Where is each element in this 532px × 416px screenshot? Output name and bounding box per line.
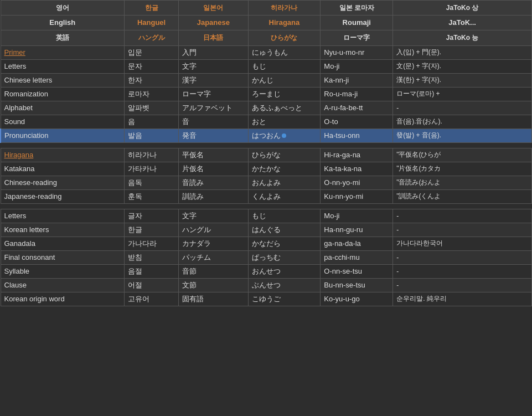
cell-hiragana: はんぐる: [248, 223, 321, 237]
cell-hiragana: おんせつ: [248, 264, 321, 278]
table-row[interactable]: Ganadala가나다라カナダラかなだらga-na-da-la가나다라한국어: [1, 237, 532, 250]
cell-jatoko: 入(입) + 門(문).: [393, 45, 532, 59]
cell-hangul: 훈독: [125, 189, 179, 203]
cell-roumaji: O-nn-se-tsu: [321, 264, 393, 278]
header-row-1: 영어 한글 일본어 히라가나 일본 로마자 JaToKo 상: [1, 1, 532, 16]
cell-jatoko: "訓読み(くんよ: [393, 189, 532, 203]
header-hiragana-mid: Hiragana: [248, 16, 321, 30]
cell-japanese: 発音: [179, 129, 248, 142]
cell-hiragana: こゆうご: [248, 292, 321, 306]
selection-dot: [282, 133, 286, 138]
cell-hangul: 한자: [125, 73, 179, 87]
cell-roumaji: Ha-nn-gu-ru: [321, 223, 393, 237]
cell-jatoko: 文(문) + 字(자).: [393, 59, 532, 73]
table-row[interactable]: Japanese-reading훈독訓読みくんよみKu-nn-yo-mi"訓読み…: [1, 189, 532, 203]
header-roumaji-bot: ローマ字: [321, 30, 393, 45]
cell-jatoko: -: [393, 101, 532, 115]
table-row[interactable]: Final consonant받침パッチムぱっちむpa-cchi-mu-: [1, 250, 532, 264]
table-row[interactable]: Sound음音おとO-to音(음).音(おん).: [1, 115, 532, 129]
cell-en: Chinese letters: [1, 73, 125, 87]
cell-en: Sound: [1, 115, 125, 129]
header-row-2: English Hanguel Japanese Hiragana Roumaj…: [1, 16, 532, 30]
cell-japanese: パッチム: [179, 250, 248, 264]
table-row[interactable]: Alphabet알파벳アルファベットあるふぁべっとA-ru-fa-be-tt-: [1, 101, 532, 115]
cell-japanese: 訓読み: [179, 189, 248, 203]
header-japanese-top: 일본어: [179, 1, 248, 16]
table-row[interactable]: Chinese letters한자漢字かんじKa-nn-ji漢(한) + 字(자…: [1, 73, 532, 87]
table-row[interactable]: Primer입문入門にゅうもんNyu-u-mo-nr入(입) + 門(문).: [1, 45, 532, 59]
cell-hiragana: もじ: [248, 59, 321, 73]
cell-hiragana: かたかな: [248, 162, 321, 176]
cell-jatoko: 發(발) + 音(음).: [393, 129, 532, 142]
cell-hangul: 문자: [125, 59, 179, 73]
cell-hangul: 받침: [125, 250, 179, 264]
header-roumaji-top: 일본 로마자: [321, 1, 393, 16]
header-jatoko-bot: JaToKo 능: [393, 30, 532, 45]
cell-jatoko: "音読み(おんよ: [393, 176, 532, 189]
table-row[interactable]: Hiragana히라가나平仮名ひらがなHi-ra-ga-na"平仮名(ひらが: [1, 148, 532, 162]
table-row[interactable]: Romanization로마자ローマ字ろーまじRo-u-ma-jiローマ(로마)…: [1, 87, 532, 101]
vocabulary-table: 영어 한글 일본어 히라가나 일본 로마자 JaToKo 상: [0, 0, 532, 306]
table-row[interactable]: Pronunciation발음発音はつおんHa-tsu-onn發(발) + 音(…: [1, 129, 532, 142]
cell-en: Romanization: [1, 87, 125, 101]
cell-japanese: アルファベット: [179, 101, 248, 115]
cell-hangul: 알파벳: [125, 101, 179, 115]
table-row[interactable]: Korean letters한글ハングルはんぐるHa-nn-gu-ru-: [1, 223, 532, 237]
cell-jatoko: 音(음).音(おん).: [393, 115, 532, 129]
header-en-top: 영어: [1, 1, 125, 16]
table-row[interactable]: Letters문자文字もじMo-ji文(문) + 字(자).: [1, 59, 532, 73]
cell-hangul: 글자: [125, 209, 179, 223]
cell-hiragana: おんよみ: [248, 176, 321, 189]
table-row[interactable]: Chinese-reading음독音読みおんよみO-nn-yo-mi"音読み(お…: [1, 176, 532, 189]
cell-roumaji: A-ru-fa-be-tt: [321, 101, 393, 115]
table-row[interactable]: Clause어절文節ぶんせつBu-nn-se-tsu-: [1, 278, 532, 292]
cell-roumaji: Mo-ji: [321, 59, 393, 73]
table-header: 영어 한글 일본어 히라가나 일본 로마자 JaToKo 상: [1, 1, 532, 46]
header-jatoko-mid: JaToK...: [393, 16, 532, 30]
table-row[interactable]: Katakana가타카나片仮名かたかなKa-ta-ka-na"片仮名(カタカ: [1, 162, 532, 176]
cell-jatoko: "片仮名(カタカ: [393, 162, 532, 176]
cell-en: Syllable: [1, 264, 125, 278]
cell-hiragana: ぱっちむ: [248, 250, 321, 264]
cell-roumaji: Ko-yu-u-go: [321, 292, 393, 306]
cell-en[interactable]: Primer: [1, 45, 125, 59]
cell-hangul: 어절: [125, 278, 179, 292]
cell-en: Korean letters: [1, 223, 125, 237]
cell-en: Ganadala: [1, 237, 125, 250]
cell-en[interactable]: Hiragana: [1, 148, 125, 162]
table-row[interactable]: Korean origin word고유어固有語こゆうごKo-yu-u-go순우…: [1, 292, 532, 306]
cell-hangul: 로마자: [125, 87, 179, 101]
header-hiragana-top: 히라가나: [248, 1, 321, 16]
cell-japanese: 片仮名: [179, 162, 248, 176]
cell-japanese: カナダラ: [179, 237, 248, 250]
cell-hiragana: かんじ: [248, 73, 321, 87]
cell-roumaji: O-to: [321, 115, 393, 129]
cell-hiragana: ひらがな: [248, 148, 321, 162]
header-row-3: 英語 ハングル 日本語 ひらがな ローマ字 JaToKo 능: [1, 30, 532, 45]
cell-roumaji: pa-cchi-mu: [321, 250, 393, 264]
cell-japanese: 平仮名: [179, 148, 248, 162]
cell-hangul: 입문: [125, 45, 179, 59]
section-gap: [1, 203, 532, 209]
cell-hangul: 음: [125, 115, 179, 129]
section-gap: [1, 142, 532, 148]
cell-japanese: 音: [179, 115, 248, 129]
cell-hiragana: あるふぁべっと: [248, 101, 321, 115]
cell-jatoko: -: [393, 250, 532, 264]
cell-jatoko: ローマ(로마) +: [393, 87, 532, 101]
cell-hangul: 발음: [125, 129, 179, 142]
cell-hiragana: ぶんせつ: [248, 278, 321, 292]
header-en-mid: English: [1, 16, 125, 30]
cell-japanese: 固有語: [179, 292, 248, 306]
cell-hiragana: にゅうもん: [248, 45, 321, 59]
header-japanese-mid: Japanese: [179, 16, 248, 30]
cell-japanese: 文節: [179, 278, 248, 292]
header-en-bot: 英語: [1, 30, 125, 45]
header-hangul-mid: Hanguel: [125, 16, 179, 30]
cell-en: Alphabet: [1, 101, 125, 115]
cell-en: Japanese-reading: [1, 189, 125, 203]
cell-roumaji: Nyu-u-mo-nr: [321, 45, 393, 59]
table-row[interactable]: Syllable음절音節おんせつO-nn-se-tsu-: [1, 264, 532, 278]
table-row[interactable]: Letters글자文字もじMo-ji-: [1, 209, 532, 223]
cell-japanese: 音読み: [179, 176, 248, 189]
